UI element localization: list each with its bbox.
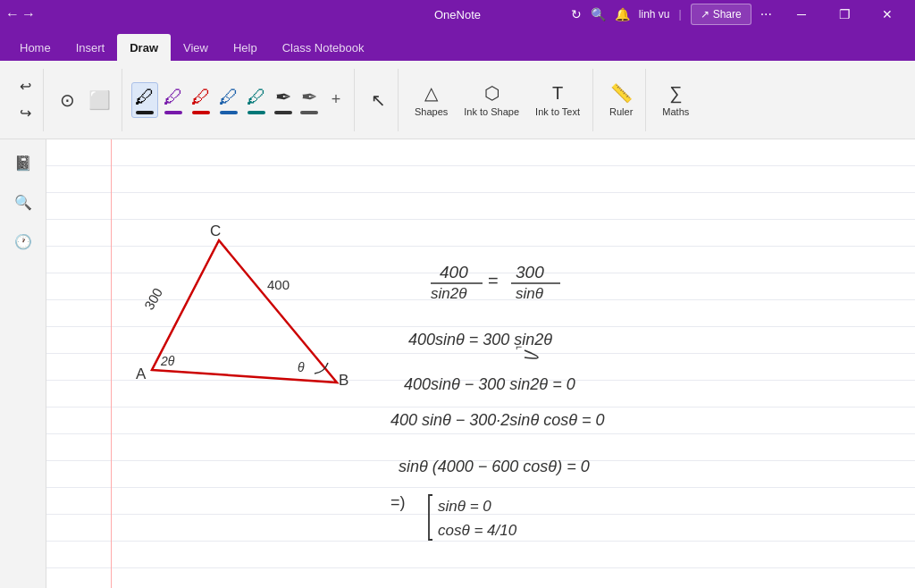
pointer-button[interactable]: ↖: [364, 71, 392, 129]
pen-dark[interactable]: ✒: [272, 83, 295, 117]
search-icon[interactable]: 🔍: [591, 7, 606, 21]
sidebar-history-icon[interactable]: 🕐: [7, 225, 39, 257]
tab-class-notebook[interactable]: Class Notebook: [270, 34, 377, 61]
close-button[interactable]: ✕: [867, 0, 908, 29]
back-button[interactable]: ←: [7, 9, 18, 20]
shapes-button[interactable]: △ Shapes: [407, 71, 455, 129]
tab-insert[interactable]: Insert: [63, 34, 118, 61]
tab-help[interactable]: Help: [221, 34, 270, 61]
svg-text:sinθ = 0: sinθ = 0: [438, 498, 491, 515]
share-button[interactable]: ↗ Share: [691, 4, 751, 25]
svg-text:=: =: [488, 271, 499, 290]
sidebar-search-icon[interactable]: 🔍: [7, 186, 39, 218]
svg-text:=): =): [390, 493, 406, 511]
svg-text:400sinθ − 300 sin2θ = 0: 400sinθ − 300 sin2θ = 0: [404, 375, 575, 393]
ribbon-tabs: Home Insert Draw View Help Class Noteboo…: [0, 29, 915, 61]
ruler-button[interactable]: 📏 Ruler: [602, 71, 640, 129]
forward-button[interactable]: →: [23, 9, 34, 20]
user-name: linh vu: [639, 8, 670, 21]
canvas-content: C A B 300 400 2θ θ 400: [46, 139, 915, 588]
svg-text:400 sinθ − 300·2sinθ cosθ = 0: 400 sinθ − 300·2sinθ cosθ = 0: [390, 411, 604, 429]
canvas-area[interactable]: C A B 300 400 2θ θ 400: [46, 139, 915, 588]
app-title: OneNote: [434, 8, 481, 21]
maths-button[interactable]: ∑ Maths: [655, 71, 696, 129]
more-button[interactable]: ···: [760, 6, 772, 22]
tab-view[interactable]: View: [171, 34, 221, 61]
svg-text:A: A: [136, 365, 147, 382]
svg-text:sinθ (4000 − 600 cosθ) = 0: sinθ (4000 − 600 cosθ) = 0: [399, 458, 590, 475]
svg-text:sinθ: sinθ: [516, 285, 544, 302]
user-separator: |: [679, 8, 682, 21]
pen-purple[interactable]: 🖊: [161, 83, 186, 117]
undo-button[interactable]: ↩: [13, 74, 38, 99]
pen-blue[interactable]: 🖊: [216, 83, 241, 117]
tab-draw[interactable]: Draw: [117, 34, 171, 61]
pen-gray[interactable]: ✒: [298, 83, 321, 117]
pen-tools-group: 🖊 🖊 🖊 🖊 🖊 ✒ ✒: [126, 69, 355, 131]
redo-button[interactable]: ↪: [13, 101, 38, 126]
undo-redo-group: ↩ ↪: [7, 69, 44, 131]
sidebar: 📓 🔍 🕐: [0, 139, 46, 588]
app-body: 📓 🔍 🕐 C A B 300 400: [0, 139, 915, 588]
svg-text:400: 400: [440, 263, 468, 281]
eraser-button[interactable]: ⬜: [83, 71, 116, 129]
minimize-button[interactable]: ─: [781, 0, 822, 29]
svg-text:C: C: [210, 223, 221, 239]
tab-home[interactable]: Home: [7, 34, 63, 61]
svg-text:300: 300: [141, 285, 165, 312]
shapes-group: △ Shapes ⬡ Ink to Shape T Ink to Text: [402, 69, 593, 131]
maths-group: ∑ Maths: [650, 69, 701, 131]
restore-button[interactable]: ❐: [824, 0, 865, 29]
bell-icon[interactable]: 🔔: [615, 7, 630, 21]
pen-red[interactable]: 🖊: [189, 83, 214, 117]
ink-to-text-button[interactable]: T Ink to Text: [528, 71, 587, 129]
pen-black[interactable]: 🖊: [131, 82, 158, 118]
ink-to-shape-button[interactable]: ⬡ Ink to Shape: [457, 71, 526, 129]
svg-text:θ: θ: [298, 360, 305, 374]
svg-text:2θ: 2θ: [160, 354, 175, 368]
svg-text:400sinθ = 300 sin2θ: 400sinθ = 300 sin2θ: [408, 331, 552, 349]
pen-teal[interactable]: 🖊: [244, 83, 269, 117]
svg-text:cosθ = 4/10: cosθ = 4/10: [438, 522, 517, 539]
share-icon: ↗: [701, 8, 709, 21]
svg-text:400: 400: [267, 277, 290, 292]
svg-marker-0: [152, 240, 337, 382]
svg-text:B: B: [339, 372, 348, 389]
svg-text:⌐: ⌐: [516, 340, 522, 353]
sync-icon[interactable]: ↻: [571, 7, 582, 21]
ribbon: ↩ ↪ ⊙ ⬜ 🖊 🖊 🖊 🖊: [0, 61, 915, 139]
sidebar-notebooks-icon[interactable]: 📓: [7, 147, 39, 179]
svg-text:sin2θ: sin2θ: [431, 285, 467, 302]
svg-text:300: 300: [516, 263, 544, 281]
lasso-button[interactable]: ⊙: [53, 71, 81, 129]
pointer-group: ↖: [358, 69, 399, 131]
titlebar: ← → OneNote ↻ 🔍 🔔 linh vu | ↗ Share ··· …: [0, 0, 915, 29]
select-group: ⊙ ⬜: [47, 69, 122, 131]
ruler-group: 📏 Ruler: [597, 69, 646, 131]
add-pen-button[interactable]: +: [323, 88, 348, 113]
